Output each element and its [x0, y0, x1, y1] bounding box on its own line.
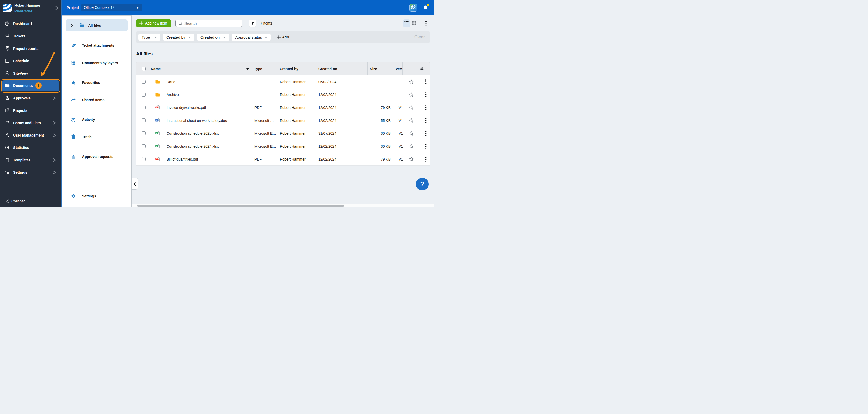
svg-text:PDF: PDF	[156, 107, 158, 108]
svg-text:PDF: PDF	[156, 158, 158, 160]
svg-text:W: W	[156, 119, 157, 121]
